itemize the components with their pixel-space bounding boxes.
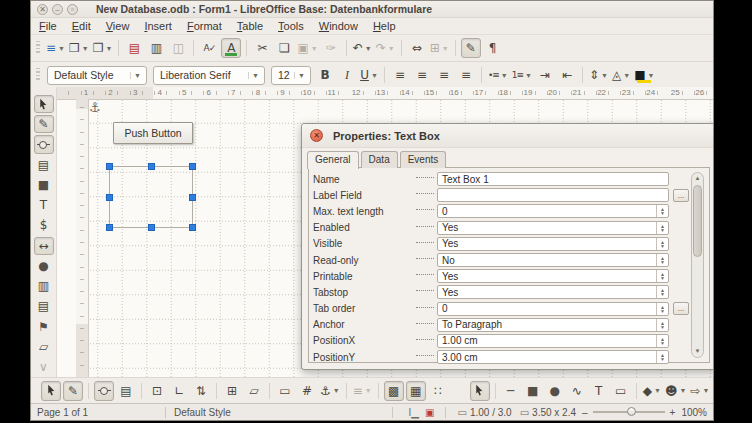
menu-item-tools[interactable]: Tools: [278, 20, 304, 32]
new-icon[interactable]: ≡▼: [45, 38, 66, 58]
highlight-color-icon-dropdown[interactable]: ▼: [648, 72, 655, 79]
numbered-list-icon[interactable]: 1≡▼: [511, 65, 533, 85]
page-style-indicator[interactable]: Default Style: [174, 407, 384, 418]
menu-item-format[interactable]: Format: [187, 20, 222, 32]
spin-buttons-printable[interactable]: ▲▼: [656, 270, 668, 282]
resize-handle-se[interactable]: [189, 224, 196, 231]
zoom-slider-knob[interactable]: [627, 407, 636, 416]
underline-icon[interactable]: U▼: [359, 65, 379, 85]
spin-buttons-enabled[interactable]: ▲▼: [656, 222, 668, 234]
spin-buttons-positiony[interactable]: ▲▼: [656, 351, 668, 363]
menu-item-file[interactable]: File: [39, 20, 57, 32]
form-design-window-icon[interactable]: ▭: [275, 381, 295, 401]
text-box-icon[interactable]: T: [34, 196, 54, 214]
select-icon[interactable]: [41, 381, 61, 401]
property-input-printable[interactable]: Yes▲▼: [437, 269, 669, 283]
selected-text-box-control[interactable]: [109, 166, 193, 228]
align-right-icon[interactable]: ≡: [434, 65, 454, 85]
formatting-marks-icon[interactable]: ¶: [483, 38, 503, 58]
menu-item-table[interactable]: Table: [237, 20, 263, 32]
design-mode-icon[interactable]: ✎: [63, 381, 83, 401]
ellipse-icon[interactable]: ●: [545, 381, 565, 401]
align-justify-icon[interactable]: ≡: [456, 65, 476, 85]
dialog-close-button[interactable]: ✕: [310, 129, 323, 142]
selection-mode-icon[interactable]: I▁: [409, 407, 419, 418]
spin-buttons-anchor[interactable]: ▲▼: [656, 319, 668, 331]
export-pdf-icon[interactable]: ▤: [124, 38, 144, 58]
menu-item-window[interactable]: Window: [319, 20, 358, 32]
rectangle-icon[interactable]: ■: [523, 381, 543, 401]
control-wizards-icon[interactable]: [94, 381, 114, 401]
resize-handle-sw[interactable]: [106, 224, 113, 231]
draw-functions-icon[interactable]: ✎: [461, 38, 481, 58]
freeform-line-icon[interactable]: ∿: [567, 381, 587, 401]
combo-dropdown-icon[interactable]: ▼: [294, 72, 308, 79]
property-input-max-text-length[interactable]: 0▲▼: [437, 204, 669, 218]
tab-general[interactable]: General: [307, 151, 359, 169]
add-field-icon[interactable]: ⊞: [222, 381, 242, 401]
property-input-tabstop[interactable]: Yes▲▼: [437, 285, 669, 299]
frame-icon[interactable]: ▭: [611, 381, 631, 401]
save-icon-dropdown[interactable]: ▼: [105, 45, 112, 52]
bullet-list-icon-dropdown[interactable]: ▼: [501, 72, 508, 79]
undo-icon[interactable]: ↶▼: [352, 38, 373, 58]
document-modified-icon[interactable]: ▣: [425, 407, 434, 418]
paste-icon-dropdown[interactable]: ▼: [311, 45, 318, 52]
zoom-in-icon[interactable]: +: [670, 407, 676, 418]
block-arrows-icon-dropdown[interactable]: ▼: [702, 387, 709, 394]
flowchart-icon[interactable]: ▦▼: [712, 381, 714, 401]
combo-dropdown-icon[interactable]: ▼: [130, 72, 144, 79]
print-icon[interactable]: ▥: [146, 38, 166, 58]
resize-handle-ne[interactable]: [189, 163, 196, 170]
paragraph-color-icon-dropdown[interactable]: ▼: [623, 72, 630, 79]
activation-order-icon[interactable]: ⇅: [191, 381, 211, 401]
zoom-percent[interactable]: 100%: [681, 407, 707, 418]
undo-icon-dropdown[interactable]: ▼: [365, 45, 372, 52]
control-properties-icon[interactable]: ⊡: [147, 381, 167, 401]
form-navigator-icon[interactable]: ▱: [244, 381, 264, 401]
design-mode-icon[interactable]: ✎: [34, 115, 54, 133]
select-icon[interactable]: [470, 381, 490, 401]
option-button-icon[interactable]: ●: [34, 257, 54, 275]
symbol-shapes-icon-dropdown[interactable]: ▼: [679, 387, 686, 394]
anchor-icon[interactable]: ⚓: [89, 100, 101, 115]
highlight-color-icon[interactable]: ■▼: [633, 65, 655, 85]
formatted-field-icon[interactable]: $: [34, 216, 54, 234]
align-center-icon[interactable]: ≡: [412, 65, 432, 85]
close-button[interactable]: ✕: [37, 4, 48, 15]
menu-item-edit[interactable]: Edit: [72, 20, 91, 32]
form-properties-icon[interactable]: ▤: [116, 381, 136, 401]
line-spacing-icon[interactable]: ⇕▼: [588, 65, 609, 85]
open-icon[interactable]: ❒▼: [68, 38, 90, 58]
scrollbar-thumb[interactable]: [693, 185, 702, 257]
more-button-label-field[interactable]: ...: [673, 189, 689, 202]
spin-buttons-positionx[interactable]: ▲▼: [656, 335, 668, 347]
decrease-indent-icon[interactable]: ⇤: [557, 65, 577, 85]
resize-handle-e[interactable]: [189, 194, 196, 201]
underline-icon-dropdown[interactable]: ▼: [371, 72, 378, 79]
spin-buttons-max-text-length[interactable]: ▲▼: [656, 205, 668, 217]
property-input-label-field[interactable]: [437, 188, 669, 202]
save-icon[interactable]: ❐▼: [92, 38, 114, 58]
autospellcheck-icon[interactable]: A: [221, 38, 241, 58]
line-icon[interactable]: ─: [501, 381, 521, 401]
menu-item-help[interactable]: Help: [373, 20, 396, 32]
dialog-title-bar[interactable]: ✕ Properties: Text Box: [302, 124, 714, 148]
copy-icon[interactable]: ❏: [274, 38, 294, 58]
line-spacing-icon-dropdown[interactable]: ▼: [601, 72, 608, 79]
toolbar-grip[interactable]: [36, 41, 40, 55]
open-in-design-mode-icon[interactable]: #: [297, 381, 317, 401]
check-box-icon[interactable]: ■: [34, 176, 54, 194]
property-input-positionx[interactable]: 1.00 cm▲▼: [437, 334, 669, 348]
basic-shapes-icon[interactable]: ◆▼: [642, 381, 662, 401]
insert-text-box-icon[interactable]: T: [589, 381, 609, 401]
scroll-down-icon[interactable]: ▼: [692, 346, 703, 357]
form-canvas[interactable]: ⚓ Push Button ✕ Properties: Text Box Gen…: [88, 99, 713, 377]
resize-handle-nw[interactable]: [106, 163, 113, 170]
basic-shapes-icon-dropdown[interactable]: ▼: [654, 387, 661, 394]
redo-icon-dropdown[interactable]: ▼: [388, 45, 395, 52]
list-box-icon[interactable]: ▥: [34, 277, 54, 295]
spin-buttons-tabstop[interactable]: ▲▼: [656, 286, 668, 298]
display-grid-icon[interactable]: ▩: [384, 381, 404, 401]
maximize-button[interactable]: ▫: [67, 4, 78, 15]
